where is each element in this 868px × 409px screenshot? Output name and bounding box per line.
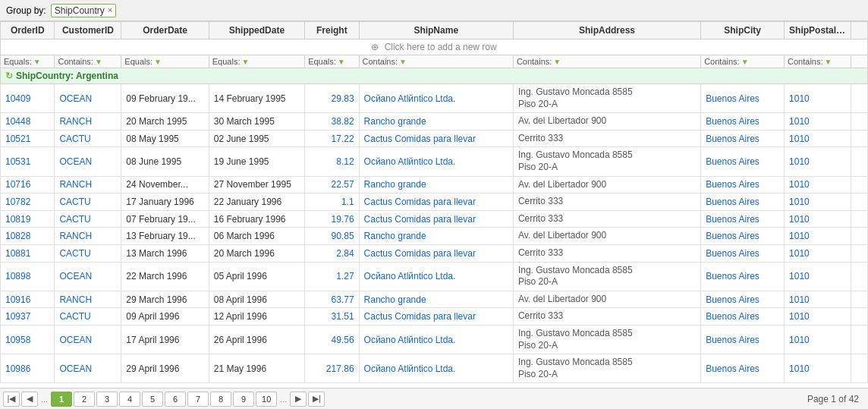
cell-orderid[interactable]: 10986 bbox=[1, 354, 55, 383]
cell-shipname[interactable]: Cactus Comidas para llevar bbox=[359, 130, 513, 147]
filter-arrow-shipaddress[interactable]: ▼ bbox=[553, 58, 561, 66]
cell-shipcity[interactable]: Buenos Aires bbox=[701, 354, 785, 383]
filter-arrow-shipname[interactable]: ▼ bbox=[399, 58, 407, 66]
cell-shippostalcode[interactable]: 1010 bbox=[785, 130, 851, 147]
filter-shippeddate[interactable]: Equals: ▼ bbox=[209, 55, 304, 68]
cell-freight[interactable]: 29.83 bbox=[305, 84, 359, 113]
cell-orderdate[interactable]: 29 March 1996 bbox=[121, 291, 209, 308]
filter-shippostalcode[interactable]: Contains: ▼ bbox=[785, 55, 851, 68]
cell-orderdate[interactable]: 24 November... bbox=[121, 176, 209, 193]
table-row[interactable]: 10958 OCEAN 17 April 1996 26 April 1996 … bbox=[1, 325, 868, 354]
cell-shipname[interactable]: Rancho grande bbox=[359, 228, 513, 245]
cell-shippostalcode[interactable]: 1010 bbox=[785, 176, 851, 193]
cell-orderdate[interactable]: 22 March 1996 bbox=[121, 262, 209, 291]
cell-shippostalcode[interactable]: 1010 bbox=[785, 113, 851, 131]
cell-customerid[interactable]: OCEAN bbox=[55, 325, 121, 354]
cell-orderdate[interactable]: 08 June 1995 bbox=[121, 147, 209, 176]
filter-arrow-shipcity[interactable]: ▼ bbox=[741, 58, 749, 66]
cell-shippeddate[interactable]: 26 April 1996 bbox=[209, 325, 304, 354]
filter-arrow-orderdate[interactable]: ▼ bbox=[154, 58, 162, 66]
col-header-shipcity[interactable]: ShipCity bbox=[701, 22, 785, 39]
filter-arrow-orderid[interactable]: ▼ bbox=[33, 58, 41, 66]
cell-orderdate[interactable]: 17 April 1996 bbox=[121, 325, 209, 354]
cell-orderdate[interactable]: 13 February 19... bbox=[121, 228, 209, 245]
cell-customerid[interactable]: OCEAN bbox=[55, 354, 121, 383]
cell-shipname[interactable]: Ocйano Atlйntico Ltda. bbox=[359, 262, 513, 291]
cell-customerid[interactable]: RANCH bbox=[55, 113, 121, 131]
table-row[interactable]: 10782 CACTU 17 January 1996 22 January 1… bbox=[1, 193, 868, 211]
cell-customerid[interactable]: RANCH bbox=[55, 176, 121, 193]
cell-freight[interactable]: 217.86 bbox=[305, 354, 359, 383]
col-header-shipname[interactable]: ShipName bbox=[359, 22, 513, 39]
cell-orderid[interactable]: 10958 bbox=[1, 325, 55, 354]
cell-orderid[interactable]: 10521 bbox=[1, 130, 55, 147]
cell-customerid[interactable]: CACTU bbox=[55, 130, 121, 147]
cell-shipaddress[interactable]: Cerrito 333 bbox=[513, 193, 700, 211]
cell-shipaddress[interactable]: Cerrito 333 bbox=[513, 130, 700, 147]
cell-shippeddate[interactable]: 21 May 1996 bbox=[209, 354, 304, 383]
cell-customerid[interactable]: RANCH bbox=[55, 228, 121, 245]
cell-freight[interactable]: 49.56 bbox=[305, 325, 359, 354]
table-row[interactable]: 10881 CACTU 13 March 1996 20 March 1996 … bbox=[1, 244, 868, 262]
cell-shippeddate[interactable]: 12 April 1996 bbox=[209, 308, 304, 326]
table-row[interactable]: 10819 CACTU 07 February 19... 16 Februar… bbox=[1, 210, 868, 228]
filter-customerid[interactable]: Contains: ▼ bbox=[55, 55, 121, 68]
cell-shipaddress[interactable]: Av. del Libertador 900 bbox=[513, 291, 700, 308]
filter-freight[interactable]: Equals: ▼ bbox=[305, 55, 359, 68]
cell-orderdate[interactable]: 08 May 1995 bbox=[121, 130, 209, 147]
cell-freight[interactable]: 63.77 bbox=[305, 291, 359, 308]
cell-shippostalcode[interactable]: 1010 bbox=[785, 262, 851, 291]
cell-orderid[interactable]: 10409 bbox=[1, 84, 55, 113]
cell-shipaddress[interactable]: Av. del Libertador 900 bbox=[513, 228, 700, 245]
cell-shipcity[interactable]: Buenos Aires bbox=[701, 210, 785, 228]
cell-orderdate[interactable]: 29 April 1996 bbox=[121, 354, 209, 383]
col-header-freight[interactable]: Freight bbox=[305, 22, 359, 39]
cell-shipaddress[interactable]: Ing. Gustavo Moncada 8585Piso 20-A bbox=[513, 325, 700, 354]
cell-orderdate[interactable]: 09 April 1996 bbox=[121, 308, 209, 326]
cell-freight[interactable]: 1.1 bbox=[305, 193, 359, 211]
cell-shipname[interactable]: Cactus Comidas para llevar bbox=[359, 210, 513, 228]
cell-freight[interactable]: 90.85 bbox=[305, 228, 359, 245]
cell-shippostalcode[interactable]: 1010 bbox=[785, 291, 851, 308]
cell-shippostalcode[interactable]: 1010 bbox=[785, 228, 851, 245]
cell-shipname[interactable]: Cactus Comidas para llevar bbox=[359, 244, 513, 262]
col-header-shippeddate[interactable]: ShippedDate bbox=[209, 22, 304, 39]
cell-shippeddate[interactable]: 06 March 1996 bbox=[209, 228, 304, 245]
cell-shipaddress[interactable]: Av. del Libertador 900 bbox=[513, 113, 700, 131]
table-row[interactable]: 10448 RANCH 20 March 1995 30 March 1995 … bbox=[1, 113, 868, 131]
cell-freight[interactable]: 31.51 bbox=[305, 308, 359, 326]
cell-freight[interactable]: 1.27 bbox=[305, 262, 359, 291]
cell-shipaddress[interactable]: Ing. Gustavo Moncada 8585Piso 20-A bbox=[513, 84, 700, 113]
filter-shipaddress[interactable]: Contains: ▼ bbox=[513, 55, 700, 68]
cell-shipcity[interactable]: Buenos Aires bbox=[701, 291, 785, 308]
cell-orderid[interactable]: 10716 bbox=[1, 176, 55, 193]
cell-orderid[interactable]: 10937 bbox=[1, 308, 55, 326]
table-row[interactable]: 10937 CACTU 09 April 1996 12 April 1996 … bbox=[1, 308, 868, 326]
cell-shipcity[interactable]: Buenos Aires bbox=[701, 147, 785, 176]
cell-shipcity[interactable]: Buenos Aires bbox=[701, 308, 785, 326]
cell-shipaddress[interactable]: Cerrito 333 bbox=[513, 308, 700, 326]
filter-orderid[interactable]: Equals: ▼ bbox=[1, 55, 55, 68]
cell-shipaddress[interactable]: Av. del Libertador 900 bbox=[513, 176, 700, 193]
cell-shipname[interactable]: Ocйano Atlйntico Ltda. bbox=[359, 84, 513, 113]
table-row[interactable]: 10828 RANCH 13 February 19... 06 March 1… bbox=[1, 228, 868, 245]
cell-shippeddate[interactable]: 19 June 1995 bbox=[209, 147, 304, 176]
cell-shipaddress[interactable]: Cerrito 333 bbox=[513, 244, 700, 262]
cell-shipname[interactable]: Cactus Comidas para llevar bbox=[359, 308, 513, 326]
cell-shipname[interactable]: Rancho grande bbox=[359, 113, 513, 131]
table-row[interactable]: 10716 RANCH 24 November... 27 November 1… bbox=[1, 176, 868, 193]
cell-shipcity[interactable]: Buenos Aires bbox=[701, 176, 785, 193]
cell-shipaddress[interactable]: Cerrito 333 bbox=[513, 210, 700, 228]
cell-shipcity[interactable]: Buenos Aires bbox=[701, 84, 785, 113]
cell-shippeddate[interactable]: 27 November 1995 bbox=[209, 176, 304, 193]
filter-arrow-customerid[interactable]: ▼ bbox=[95, 58, 102, 66]
cell-freight[interactable]: 2.84 bbox=[305, 244, 359, 262]
cell-shipcity[interactable]: Buenos Aires bbox=[701, 262, 785, 291]
cell-shippeddate[interactable]: 16 February 1996 bbox=[209, 210, 304, 228]
table-row[interactable]: 10409 OCEAN 09 February 19... 14 Februar… bbox=[1, 84, 868, 113]
table-row[interactable]: 10986 OCEAN 29 April 1996 21 May 1996 21… bbox=[1, 354, 868, 383]
cell-customerid[interactable]: OCEAN bbox=[55, 84, 121, 113]
cell-shippeddate[interactable]: 30 March 1995 bbox=[209, 113, 304, 131]
groupby-chip-close[interactable]: × bbox=[108, 6, 112, 14]
cell-orderid[interactable]: 10531 bbox=[1, 147, 55, 176]
